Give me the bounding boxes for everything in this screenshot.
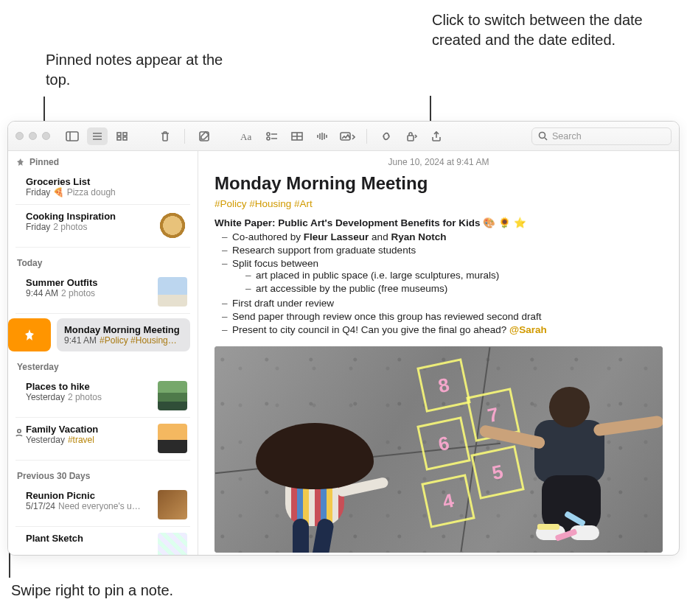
svg-rect-8: [123, 137, 127, 140]
window-controls[interactable]: [15, 132, 50, 140]
note-thumbnail: [158, 533, 187, 555]
list-item: art accessible by the public (free museu…: [245, 282, 663, 295]
titlebar: Aa Search: [8, 122, 679, 151]
hopscotch-square: 4: [421, 474, 475, 528]
list-item: Send paper through review once this grou…: [222, 309, 663, 323]
table-button[interactable]: [287, 127, 307, 145]
note-thumbnail: [158, 381, 187, 410]
note-title: Groceries List: [26, 176, 187, 187]
mention-sarah[interactable]: @Sarah: [509, 324, 547, 335]
share-button[interactable]: [426, 127, 447, 145]
list-item: Research support from graduate students: [222, 243, 663, 256]
notes-window: Aa Search: [7, 121, 680, 556]
hopscotch-square: 6: [416, 416, 471, 471]
callout-date-toggle: Click to switch between the date created…: [432, 10, 668, 50]
note-item-plant[interactable]: Plant Sketch: [15, 527, 190, 555]
child-figure-right: [483, 379, 645, 549]
pin-icon: [17, 158, 25, 167]
note-item-reunion[interactable]: Reunion Picnic 5/17/24Need everyone's u…: [15, 484, 190, 527]
section-yesterday: Yesterday: [8, 351, 198, 375]
note-title: Monday Morning Meeting: [64, 324, 183, 335]
delete-button[interactable]: [155, 127, 175, 145]
callout-pinned-top: Pinned notes appear at the top.: [46, 50, 237, 90]
callout-text: Swipe right to pin a note.: [11, 582, 173, 598]
view-gallery-button[interactable]: [112, 127, 133, 145]
svg-point-25: [540, 133, 545, 139]
note-title: Cooking Inspiration: [26, 211, 152, 222]
svg-text:Aa: Aa: [240, 131, 251, 141]
note-item-cooking[interactable]: Cooking Inspiration Friday2 photos: [15, 205, 190, 248]
note-thumbnail: [158, 490, 187, 519]
search-placeholder: Search: [552, 131, 582, 141]
shared-icon: [14, 427, 24, 438]
checklist-button[interactable]: [262, 127, 282, 145]
pin-action-button[interactable]: [8, 318, 51, 351]
note-title: Reunion Picnic: [26, 490, 152, 501]
search-field[interactable]: Search: [531, 127, 672, 145]
note-thumbnail: [158, 424, 187, 453]
callout-text: Pinned notes appear at the top.: [46, 52, 223, 88]
svg-line-26: [545, 138, 547, 140]
note-thumbnail: [158, 277, 187, 307]
compose-button[interactable]: [194, 127, 215, 145]
list-item: Split focus between art placed in public…: [222, 256, 663, 296]
note-item-vacation[interactable]: Family Vacation Yesterday#travel: [15, 418, 190, 461]
note-title: Places to hike: [26, 381, 152, 392]
close-dot[interactable]: [15, 132, 24, 140]
headline: White Paper: Public Art's Development Be…: [215, 217, 663, 228]
section-prev30: Previous 30 Days: [8, 461, 198, 484]
notes-list[interactable]: Pinned Groceries List Friday🍕 Pizza doug…: [8, 151, 198, 555]
note-title: Plant Sketch: [26, 533, 152, 544]
hopscotch-square: 8: [416, 359, 471, 413]
child-figure-left: [241, 408, 381, 553]
zoom-dot[interactable]: [42, 132, 50, 140]
svg-rect-5: [117, 133, 121, 136]
note-item-groceries[interactable]: Groceries List Friday🍕 Pizza dough: [15, 170, 190, 205]
note-hashtags[interactable]: #Policy #Housing #Art: [215, 198, 663, 209]
audio-button[interactable]: [312, 127, 332, 145]
note-attachment-image[interactable]: 8 7 6 5 4: [215, 346, 663, 553]
note-editor[interactable]: June 10, 2024 at 9:41 AM Monday Morning …: [198, 151, 679, 555]
note-thumbnail: [158, 211, 187, 240]
format-button[interactable]: Aa: [237, 127, 257, 145]
minimize-dot[interactable]: [29, 132, 37, 140]
note-item-hike[interactable]: Places to hike Yesterday2 photos: [15, 375, 190, 418]
section-today: Today: [8, 248, 198, 271]
svg-point-13: [267, 137, 270, 140]
media-button[interactable]: [337, 127, 358, 145]
svg-point-11: [267, 133, 270, 136]
pin-icon: [23, 329, 36, 342]
page-title: Monday Morning Meeting: [215, 173, 663, 194]
link-button[interactable]: [376, 127, 397, 145]
lock-button[interactable]: [401, 127, 422, 145]
chalk-icon: [537, 524, 559, 530]
list-item: art placed in public space (i.e. large s…: [245, 269, 663, 282]
note-title: Summer Outfits: [26, 277, 152, 288]
list-item: Present to city council in Q4! Can you g…: [222, 323, 663, 336]
svg-rect-0: [66, 132, 78, 141]
bullet-list: Co-authored by Fleur Lasseur and Ryan No…: [215, 230, 663, 336]
list-item: Co-authored by Fleur Lasseur and Ryan No…: [222, 230, 663, 243]
svg-rect-6: [123, 133, 127, 136]
toggle-sidebar-button[interactable]: [62, 127, 83, 145]
callout-text: Click to switch between the date created…: [432, 12, 643, 48]
note-item-meeting-swiped[interactable]: Monday Morning Meeting 9:41 AM#Policy #H…: [8, 318, 190, 351]
note-date[interactable]: June 10, 2024 at 9:41 AM: [198, 151, 679, 170]
note-title: Family Vacation: [26, 424, 152, 435]
svg-point-27: [18, 430, 21, 433]
view-list-button[interactable]: [87, 127, 108, 145]
svg-rect-24: [408, 136, 414, 141]
callout-swipe-pin: Swipe right to pin a note.: [11, 581, 306, 601]
note-item-outfits[interactable]: Summer Outfits 9:44 AM2 photos: [15, 271, 190, 314]
svg-rect-7: [117, 137, 121, 140]
list-item: First draft under review: [222, 296, 663, 309]
search-icon: [538, 131, 548, 141]
note-item-meeting[interactable]: Monday Morning Meeting 9:41 AM#Policy #H…: [57, 318, 190, 351]
section-pinned: Pinned: [8, 151, 198, 170]
